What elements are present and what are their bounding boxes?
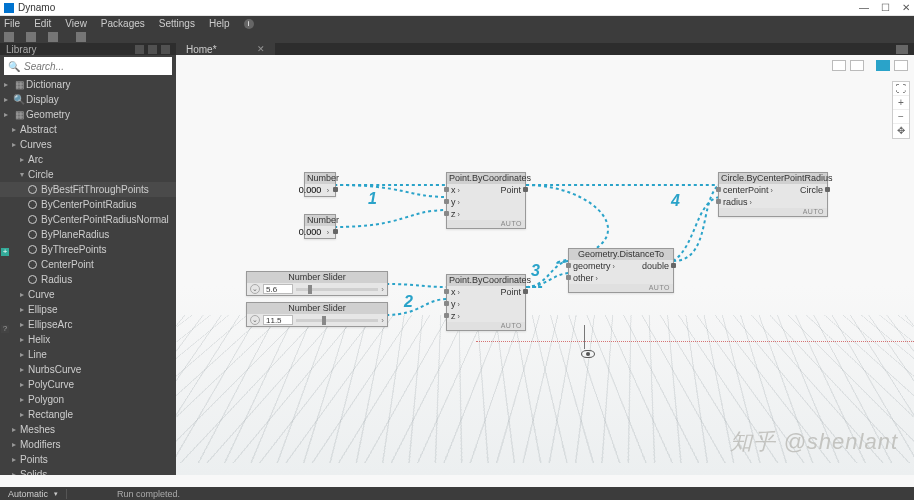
save-file-icon[interactable] bbox=[48, 32, 58, 42]
tree-item[interactable]: CenterPoint bbox=[0, 257, 176, 272]
menu-view[interactable]: View bbox=[65, 18, 87, 29]
fit-view-button[interactable]: ⛶ bbox=[893, 82, 909, 96]
tree-item[interactable]: ▸Helix bbox=[0, 332, 176, 347]
tree-item[interactable]: ▸EllipseArc bbox=[0, 317, 176, 332]
caret-icon: ▸ bbox=[20, 320, 28, 329]
slider-value[interactable]: 5.6 bbox=[263, 284, 293, 294]
chevron-down-icon[interactable]: ⌄ bbox=[250, 284, 260, 294]
tree-item[interactable]: Radius bbox=[0, 272, 176, 287]
open-file-icon[interactable] bbox=[26, 32, 36, 42]
node-circle-bycpr[interactable]: Circle.ByCenterPointRadius centerPoint› … bbox=[718, 172, 828, 217]
search-input[interactable] bbox=[24, 61, 168, 72]
library-view-icon[interactable] bbox=[135, 45, 144, 54]
tree-item[interactable]: ByThreePoints bbox=[0, 242, 176, 257]
chevron-down-icon[interactable]: ⌄ bbox=[250, 315, 260, 325]
maximize-button[interactable]: ☐ bbox=[881, 2, 890, 13]
node-point-bycoords-2[interactable]: Point.ByCoordinates x› y› z› Point AUTO bbox=[446, 274, 526, 331]
tree-item[interactable]: ByPlaneRadius bbox=[0, 227, 176, 242]
tree-item[interactable]: ByCenterPointRadius bbox=[0, 197, 176, 212]
tree-item[interactable]: ▸Abstract bbox=[0, 122, 176, 137]
node-output-port[interactable]: › bbox=[305, 226, 335, 238]
menu-help[interactable]: Help bbox=[209, 18, 230, 29]
node-slider-1[interactable]: Number Slider ⌄ 5.6 › bbox=[246, 271, 388, 296]
tree-item[interactable]: ▸PolyCurve bbox=[0, 377, 176, 392]
view-toggle-icon[interactable] bbox=[850, 60, 864, 71]
input-port-radius[interactable]: radius› bbox=[719, 196, 796, 208]
slider-thumb[interactable] bbox=[322, 316, 326, 325]
pan-button[interactable]: ✥ bbox=[893, 124, 909, 138]
canvas[interactable]: ⛶ + − ✥ Number › bbox=[176, 55, 914, 475]
slider-track[interactable] bbox=[296, 288, 378, 291]
port-label: geometry bbox=[573, 261, 611, 271]
node-number-1[interactable]: Number › bbox=[304, 172, 336, 197]
tree-item[interactable]: ByCenterPointRadiusNormal bbox=[0, 212, 176, 227]
new-file-icon[interactable] bbox=[4, 32, 14, 42]
tree-item[interactable]: ▸Ellipse bbox=[0, 302, 176, 317]
output-port[interactable]: double bbox=[638, 260, 673, 272]
menu-file[interactable]: File bbox=[4, 18, 20, 29]
3d-view-icon[interactable] bbox=[876, 60, 890, 71]
output-port[interactable]: Circle bbox=[796, 184, 827, 196]
input-port-x[interactable]: x› bbox=[447, 286, 496, 298]
tab-home[interactable]: Home* ✕ bbox=[176, 43, 275, 55]
input-port-z[interactable]: z› bbox=[447, 208, 496, 220]
close-button[interactable]: ✕ bbox=[902, 2, 910, 13]
2d-view-icon[interactable] bbox=[894, 60, 908, 71]
zoom-in-button[interactable]: + bbox=[893, 96, 909, 110]
undo-icon[interactable] bbox=[76, 32, 86, 42]
add-button[interactable]: + bbox=[1, 248, 9, 256]
tree-item[interactable]: ▸Meshes bbox=[0, 422, 176, 437]
tree-item[interactable]: ▸Curves bbox=[0, 137, 176, 152]
tab-close-icon[interactable]: ✕ bbox=[257, 44, 265, 54]
input-port-other[interactable]: other› bbox=[569, 272, 638, 284]
tree-item[interactable]: ▸Arc bbox=[0, 152, 176, 167]
number-value-input[interactable] bbox=[299, 227, 325, 237]
caret-icon: ▾ bbox=[20, 170, 28, 179]
node-distance-to[interactable]: Geometry.DistanceTo geometry› other› dou… bbox=[568, 248, 674, 293]
output-port[interactable]: Point bbox=[496, 286, 525, 298]
slider-thumb[interactable] bbox=[308, 285, 312, 294]
input-port-x[interactable]: x› bbox=[447, 184, 496, 196]
input-port-z[interactable]: z› bbox=[447, 310, 496, 322]
tree-item[interactable]: ByBestFitThroughPoints bbox=[0, 182, 176, 197]
node-slider-2[interactable]: Number Slider ⌄ 11.5 › bbox=[246, 302, 388, 327]
view-toggle-icon[interactable] bbox=[832, 60, 846, 71]
tree-item[interactable]: ▸Modifiers bbox=[0, 437, 176, 452]
slider-track[interactable] bbox=[296, 319, 378, 322]
tree-item[interactable]: ▸Line bbox=[0, 347, 176, 362]
run-mode-dropdown[interactable]: Automatic ▾ bbox=[0, 489, 67, 499]
tree-item[interactable]: ▾Circle bbox=[0, 167, 176, 182]
input-port-y[interactable]: y› bbox=[447, 196, 496, 208]
run-mode-label: Automatic bbox=[8, 489, 48, 499]
tree-item[interactable]: ▸Polygon bbox=[0, 392, 176, 407]
node-point-bycoords-1[interactable]: Point.ByCoordinates x› y› z› Point AUTO bbox=[446, 172, 526, 229]
library-view-icon[interactable] bbox=[148, 45, 157, 54]
tree-item[interactable]: ▸Points bbox=[0, 452, 176, 467]
library-view-icon[interactable] bbox=[161, 45, 170, 54]
input-port-y[interactable]: y› bbox=[447, 298, 496, 310]
zoom-out-button[interactable]: − bbox=[893, 110, 909, 124]
node-header: Point.ByCoordinates bbox=[447, 173, 525, 184]
tree-item[interactable]: ▸▦Geometry bbox=[0, 107, 176, 122]
info-icon[interactable]: i bbox=[244, 19, 254, 29]
output-port[interactable]: Point bbox=[496, 184, 525, 196]
menu-edit[interactable]: Edit bbox=[34, 18, 51, 29]
tree-item[interactable]: ▸Curve bbox=[0, 287, 176, 302]
tree-item[interactable]: ▸NurbsCurve bbox=[0, 362, 176, 377]
minimize-button[interactable]: — bbox=[859, 2, 869, 13]
input-port-geometry[interactable]: geometry› bbox=[569, 260, 638, 272]
tree-item[interactable]: ▸▦Dictionary bbox=[0, 77, 176, 92]
menu-packages[interactable]: Packages bbox=[101, 18, 145, 29]
node-output-port[interactable]: › bbox=[305, 184, 335, 196]
help-icon[interactable]: ? bbox=[1, 325, 9, 333]
tree-item[interactable]: ▸Rectangle bbox=[0, 407, 176, 422]
slider-value[interactable]: 11.5 bbox=[263, 315, 293, 325]
tree-item[interactable]: ▸Solids bbox=[0, 467, 176, 475]
menu-settings[interactable]: Settings bbox=[159, 18, 195, 29]
camera-icon[interactable] bbox=[896, 45, 908, 54]
node-number-2[interactable]: Number › bbox=[304, 214, 336, 239]
chevron-right-icon: › bbox=[458, 211, 460, 218]
input-port-centerpoint[interactable]: centerPoint› bbox=[719, 184, 796, 196]
number-value-input[interactable] bbox=[299, 185, 325, 195]
tree-item[interactable]: ▸🔍Display bbox=[0, 92, 176, 107]
